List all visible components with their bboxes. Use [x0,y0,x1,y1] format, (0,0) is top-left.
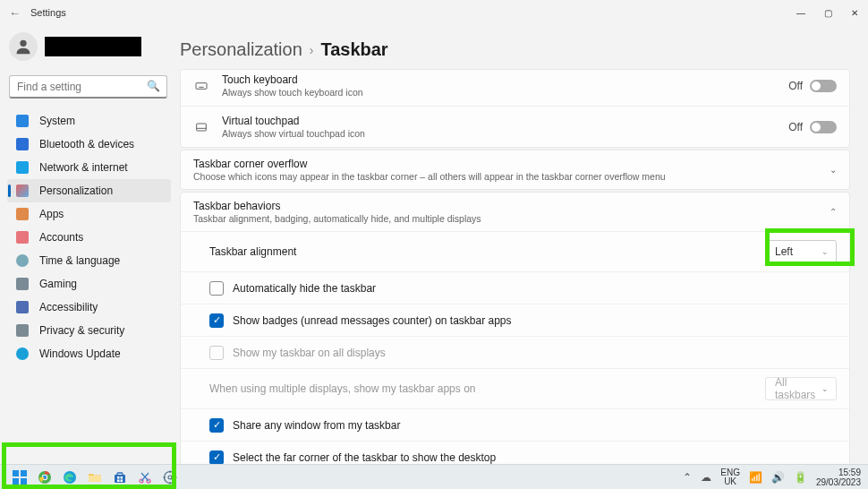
window-controls: — ▢ ✕ [787,0,868,25]
sidebar-item-personalization[interactable]: Personalization [7,179,171,202]
microsoft-store-icon[interactable] [111,468,129,486]
content: Personalization › Taskbar Touch keyboard… [174,25,868,464]
expander-taskbar-behaviors: Taskbar behaviors Taskbar alignment, bad… [180,192,850,464]
sidebar: 🔍 System Bluetooth & devices Network & i… [0,25,174,464]
svg-rect-16 [89,476,101,482]
taskbar-corner-icons-panel: Touch keyboard Always show touch keyboar… [180,69,850,148]
apps-icon [16,208,29,220]
expander-corner-overflow[interactable]: Taskbar corner overflow Choose which ico… [180,150,850,190]
bluetooth-icon [16,138,29,150]
row-show-badges[interactable]: Show badges (unread messages counter) on… [181,304,849,336]
privacy-icon [16,324,29,337]
sidebar-item-gaming[interactable]: Gaming [7,272,171,296]
toggle-touch-keyboard[interactable] [810,80,837,92]
checkbox-show-badges[interactable] [209,313,224,328]
close-button[interactable]: ✕ [841,0,868,25]
sidebar-item-label: Apps [39,208,167,220]
chevron-down-icon: ⌄ [821,247,829,256]
avatar [9,32,38,61]
file-explorer-icon[interactable] [86,468,104,486]
toggle-state-label: Off [788,80,803,92]
checkbox-share-window[interactable] [209,418,224,433]
sidebar-item-label: Personalization [39,184,167,197]
maximize-button[interactable]: ▢ [814,0,841,25]
start-button-icon[interactable] [11,468,29,486]
chevron-right-icon: › [310,43,314,57]
sidebar-item-accounts[interactable]: Accounts [7,226,171,249]
sidebar-item-windows-update[interactable]: Windows Update [7,342,171,365]
row-show-taskbar-all-displays: Show my taskbar on all displays [181,336,849,368]
breadcrumb-parent[interactable]: Personalization [180,39,302,60]
chevron-down-icon: ⌄ [821,384,829,393]
tray-clock[interactable]: 15:59 29/03/2023 [816,468,861,487]
system-icon [16,115,29,127]
sidebar-item-apps[interactable]: Apps [7,202,171,226]
tray-language-2[interactable]: UK [720,477,740,486]
edge-icon[interactable] [61,468,79,486]
row-far-corner-desktop[interactable]: Select the far corner of the taskbar to … [181,441,849,464]
search-icon: 🔍 [147,80,160,92]
expander-subtitle: Taskbar alignment, badging, automaticall… [193,213,830,224]
sidebar-item-privacy[interactable]: Privacy & security [7,319,171,342]
tray-time: 15:59 [816,468,861,477]
search-input[interactable] [9,75,167,99]
sidebar-item-label: Gaming [39,278,167,290]
battery-tray-icon[interactable]: 🔋 [794,471,807,484]
svg-point-28 [168,476,172,479]
row-auto-hide[interactable]: Automatically hide the taskbar [181,271,849,304]
profile-name-redacted [45,37,141,56]
chevron-up-tray-icon[interactable]: ⌃ [683,471,692,484]
sidebar-item-bluetooth[interactable]: Bluetooth & devices [7,133,171,156]
page-title: Taskbar [320,39,387,60]
expander-subtitle: Choose which icons may appear in the tas… [193,171,830,182]
option-label: Taskbar alignment [209,245,765,258]
wifi-tray-icon[interactable]: 📶 [749,471,762,484]
option-label: Select the far corner of the taskbar to … [233,451,496,464]
row-touch-keyboard[interactable]: Touch keyboard Always show touch keyboar… [181,70,849,106]
sidebar-item-label: Network & internet [39,161,167,174]
svg-rect-6 [197,124,207,131]
checkbox-far-corner[interactable] [209,450,224,465]
row-share-window[interactable]: Share any window from my taskbar [181,408,849,441]
dropdown-value: All taskbars [775,376,821,401]
row-title: Virtual touchpad [222,115,788,127]
option-label: When using multiple displays, show my ta… [209,382,765,395]
row-subtitle: Always show virtual touchpad icon [222,128,788,139]
app-title: Settings [30,7,66,18]
toggle-virtual-touchpad[interactable] [810,121,837,133]
expander-header-behaviors[interactable]: Taskbar behaviors Taskbar alignment, bad… [181,193,849,231]
sidebar-item-time-language[interactable]: Time & language [7,249,171,272]
titlebar: ← Settings [0,0,868,25]
sidebar-item-label: Windows Update [39,347,167,360]
wifi-icon [16,161,29,174]
accessibility-icon [16,301,29,313]
windows-update-icon [16,347,29,360]
sidebar-item-accessibility[interactable]: Accessibility [7,296,171,319]
system-tray[interactable]: ⌃ ☁ ENG UK 📶 🔊 🔋 15:59 29/03/2023 [683,468,861,487]
sidebar-item-label: Privacy & security [39,324,167,337]
personalization-icon [16,184,29,197]
dropdown-taskbar-alignment[interactable]: Left ⌄ [765,240,837,263]
sidebar-item-label: Time & language [39,254,167,267]
minimize-button[interactable]: — [787,0,814,25]
settings-icon[interactable] [161,468,179,486]
svg-rect-22 [121,479,123,482]
row-multi-display-apps: When using multiple displays, show my ta… [181,368,849,408]
sidebar-item-system[interactable]: System [7,109,171,133]
svg-rect-9 [21,470,27,476]
keyboard-icon [193,79,209,93]
checkbox-auto-hide[interactable] [209,281,224,296]
onedrive-icon[interactable]: ☁ [701,471,711,484]
chrome-icon[interactable] [36,468,54,486]
chevron-up-icon: ⌃ [830,207,837,217]
time-language-icon [16,254,29,267]
svg-rect-1 [196,82,207,89]
volume-tray-icon[interactable]: 🔊 [771,471,785,484]
tray-language-1[interactable]: ENG [720,468,740,477]
row-virtual-touchpad[interactable]: Virtual touchpad Always show virtual tou… [181,106,849,147]
expander-title: Taskbar corner overflow [193,158,830,170]
sidebar-item-network[interactable]: Network & internet [7,156,171,179]
snipping-tool-icon[interactable] [136,468,154,486]
profile[interactable] [7,30,171,68]
back-icon[interactable]: ← [9,6,23,20]
